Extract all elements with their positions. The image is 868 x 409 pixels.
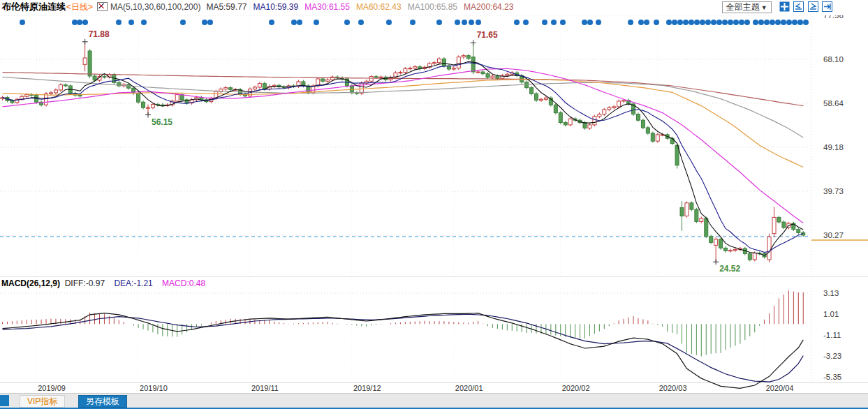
tab-save-template[interactable]: 另存模板 bbox=[78, 395, 127, 408]
ma-value: MA100:65.85 bbox=[408, 2, 457, 12]
ma-value: MA30:61.55 bbox=[304, 2, 350, 12]
macd-chart-svg[interactable]: 3.131.01-1.11-3.23-5.35 bbox=[0, 288, 868, 394]
kline-app-window: 布伦特原油连续<日线>MA(5,10,30,60,100,200)MA5:59.… bbox=[0, 0, 868, 409]
svg-text:30.27: 30.27 bbox=[823, 231, 844, 239]
svg-text:71.88: 71.88 bbox=[89, 29, 110, 39]
overlay-chart-icon[interactable] bbox=[97, 2, 108, 11]
macd-title: MACD(26,12,9) bbox=[1, 278, 60, 288]
date-axis: 2019/092019/102019/112019/122020/012020/… bbox=[0, 382, 868, 394]
ma-value: MA5:59.77 bbox=[206, 2, 247, 12]
macd-header: MACD(26,12,9) DIFF:-0.97 DEA:-1.21 MACD:… bbox=[1, 278, 212, 289]
svg-text:68.10: 68.10 bbox=[823, 55, 844, 64]
ma-group-label: MA(5,10,30,60,100,200) bbox=[110, 2, 200, 12]
date-tick-label: 2020/02 bbox=[562, 384, 590, 392]
date-tick-label: 2019/12 bbox=[353, 384, 381, 392]
instrument-title: 布伦特原油连续 bbox=[2, 1, 66, 12]
svg-text:56.15: 56.15 bbox=[152, 117, 172, 127]
svg-text:-3.23: -3.23 bbox=[823, 352, 841, 360]
export-right-icon[interactable] bbox=[822, 1, 832, 12]
svg-text:49.18: 49.18 bbox=[823, 143, 844, 151]
svg-text:24.52: 24.52 bbox=[719, 264, 740, 274]
ma-value: MA60:62.43 bbox=[356, 2, 402, 12]
svg-text:-5.35: -5.35 bbox=[823, 373, 841, 381]
date-tick-label: 2019/09 bbox=[38, 384, 66, 392]
period-label[interactable]: <日线> bbox=[66, 2, 93, 12]
footer-blue-square-icon[interactable] bbox=[0, 395, 9, 406]
compress-horizontal-icon[interactable] bbox=[793, 1, 804, 12]
tab-vip-indicator[interactable]: VIP指标 bbox=[20, 395, 65, 408]
ma-values: MA5:59.77MA10:59.39MA30:61.55MA60:62.43M… bbox=[206, 2, 520, 12]
chevron-down-icon: ▼ bbox=[761, 4, 767, 11]
ma-value: MA10:59.39 bbox=[253, 2, 298, 12]
diff-value: DIFF:-0.97 bbox=[65, 278, 105, 288]
date-tick-label: 2020/03 bbox=[659, 384, 687, 392]
svg-text:39.73: 39.73 bbox=[823, 187, 844, 195]
date-tick-label: 2020/04 bbox=[766, 384, 794, 392]
main-chart-svg[interactable]: 77.5668.1058.6449.1839.7330.2771.8856.15… bbox=[0, 11, 868, 276]
svg-text:-1.11: -1.11 bbox=[823, 331, 841, 339]
svg-text:58.64: 58.64 bbox=[823, 99, 844, 107]
dea-value: DEA:-1.21 bbox=[114, 278, 152, 288]
theme-selector-label: 全部主题 bbox=[726, 2, 760, 12]
ma-value: MA200:64.23 bbox=[464, 2, 513, 12]
expand-horizontal-icon[interactable] bbox=[808, 1, 818, 12]
chart-controls: 全部主题▼ bbox=[722, 1, 834, 14]
macd-value: MACD:0.48 bbox=[162, 278, 205, 288]
svg-text:3.13: 3.13 bbox=[823, 289, 839, 297]
svg-text:1.01: 1.01 bbox=[823, 310, 839, 318]
theme-selector-dropdown[interactable]: 全部主题▼ bbox=[722, 1, 772, 13]
panel-separator bbox=[0, 276, 868, 277]
footer-bar: VIP指标 另存模板 bbox=[0, 393, 868, 409]
fullscreen-icon[interactable] bbox=[779, 1, 790, 12]
date-tick-label: 2019/10 bbox=[140, 384, 168, 392]
date-tick-label: 2020/01 bbox=[455, 384, 483, 392]
date-tick-label: 2019/11 bbox=[251, 384, 279, 392]
svg-text:71.65: 71.65 bbox=[477, 30, 498, 40]
